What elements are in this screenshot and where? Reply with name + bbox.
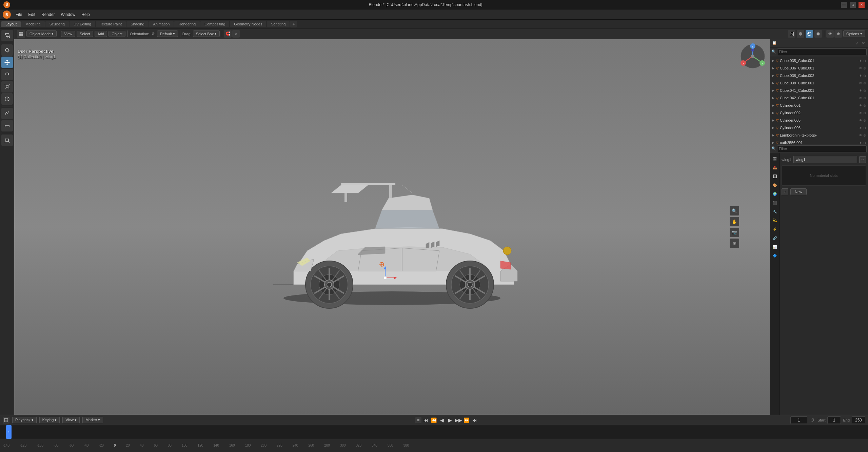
outliner-item-path2556[interactable]: ▶ ▽ path2556.001 👁 ⊙	[770, 139, 868, 144]
current-frame-input[interactable]: 1	[790, 416, 807, 424]
add-menu-button[interactable]: Add	[95, 31, 107, 37]
prop-tab-physics[interactable]: ⚡	[771, 225, 779, 233]
outliner-item-cylinder006[interactable]: ▶ ▽ Cylinder.006 👁 ⊙	[770, 124, 868, 131]
object-link-button[interactable]: ↩	[859, 156, 866, 163]
record-button[interactable]	[415, 417, 421, 423]
options-button[interactable]: Options ▾	[843, 30, 865, 37]
menu-item-render[interactable]: Render	[39, 11, 57, 18]
add-workspace-button[interactable]: +	[290, 21, 297, 27]
camera-icon[interactable]: 📷	[730, 228, 739, 237]
prop-tab-constraints[interactable]: 🔗	[771, 234, 779, 242]
active-object-name[interactable]: wing1	[793, 156, 857, 163]
tab-texture-paint[interactable]: Texture Paint	[96, 21, 126, 27]
timeline-type-icon[interactable]	[3, 417, 9, 424]
show-overlays-button[interactable]: 👁	[826, 30, 834, 38]
select-menu-button[interactable]: Select	[77, 31, 93, 37]
tab-uv-editing[interactable]: UV Editing	[70, 21, 95, 27]
viewport-3d[interactable]: User Perspective (1) Collection | wing1	[14, 39, 770, 415]
tab-animation[interactable]: Animation	[149, 21, 174, 27]
maximize-button[interactable]: □	[850, 2, 856, 8]
play-button[interactable]: ▶	[447, 416, 454, 424]
tab-geometry-nodes[interactable]: Geometry Nodes	[230, 21, 266, 27]
tab-shading[interactable]: Shading	[126, 21, 148, 27]
sync-icon[interactable]: ⟳	[861, 40, 867, 46]
tool-add-cube[interactable]	[1, 135, 13, 146]
orientation-dropdown[interactable]: Default ▾	[157, 30, 178, 37]
prop-tab-scene[interactable]: 🎨	[771, 181, 779, 189]
jump-to-end-button[interactable]: ⏭	[471, 416, 478, 424]
properties-search-input[interactable]	[777, 145, 867, 152]
jump-to-keyframe-next-button[interactable]: ⏩	[463, 416, 470, 424]
menu-item-window[interactable]: Window	[58, 11, 78, 18]
minimize-button[interactable]: —	[841, 2, 847, 8]
outliner-item-cube035[interactable]: ▶ ▽ Cube.035_Cube.001 👁 ⊙	[770, 57, 868, 64]
drag-dropdown[interactable]: Select Box ▾	[193, 30, 220, 37]
shading-rendered[interactable]	[814, 30, 822, 38]
outliner-scene-icon[interactable]: 📋	[771, 40, 777, 46]
outliner-item-cube038-001[interactable]: ▶ ▽ Cube.038_Cube.001 👁 ⊙	[770, 79, 868, 87]
grid-icon[interactable]: ⊞	[730, 239, 739, 248]
tab-layout[interactable]: Layout	[1, 21, 21, 27]
timeline-ruler[interactable]: -140 -120 -100 -80 -60 -40 -20 0 20 40 6…	[0, 439, 868, 449]
outliner-item-cylinder002[interactable]: ▶ ▽ Cylinder.002 👁 ⊙	[770, 109, 868, 117]
outliner-item-cube036[interactable]: ▶ ▽ Cube.036_Cube.001 👁 ⊙	[770, 64, 868, 72]
tool-annotate[interactable]	[1, 108, 13, 119]
prop-tab-particles[interactable]: 💫	[771, 216, 779, 224]
new-material-button[interactable]: New	[790, 188, 807, 195]
tab-scripting[interactable]: Scripting	[267, 21, 290, 27]
menu-item-file[interactable]: File	[13, 11, 25, 18]
prop-tab-modifier[interactable]: 🔧	[771, 207, 779, 215]
viewport-gizmo[interactable]: Z X Y	[739, 43, 766, 70]
menu-item-help[interactable]: Help	[79, 11, 93, 18]
tool-measure[interactable]	[1, 120, 13, 131]
outliner-item-lamborghini-text[interactable]: ▶ ▽ Lamborghini-text-logo- 👁 ⊙	[770, 131, 868, 139]
prop-tab-world[interactable]: 🌍	[771, 190, 779, 198]
menu-item-edit[interactable]: Edit	[25, 11, 38, 18]
close-button[interactable]: ✕	[859, 2, 865, 8]
proportional-edit-button[interactable]: ○	[232, 30, 240, 38]
zoom-in-icon[interactable]: 🔍	[730, 206, 739, 215]
prop-tab-data[interactable]: 📊	[771, 243, 779, 251]
tool-scale[interactable]	[1, 81, 13, 93]
start-frame-input[interactable]: 1	[827, 416, 841, 424]
prop-tab-output[interactable]: 📤	[771, 163, 779, 171]
next-frame-button[interactable]: ▶▶	[455, 416, 462, 424]
viewport-type-icon[interactable]	[17, 30, 25, 38]
pan-icon[interactable]: ✋	[730, 217, 739, 226]
material-add-button[interactable]: +	[782, 188, 788, 195]
timeline-track[interactable]: 1	[0, 425, 868, 439]
object-mode-button[interactable]: Object Mode ▾	[26, 30, 57, 37]
blender-menu-logo[interactable]: B	[3, 11, 11, 19]
tab-compositing[interactable]: Compositing	[200, 21, 229, 27]
outliner-item-cube038-002[interactable]: ▶ ▽ Cube.038_Cube.002 👁 ⊙	[770, 72, 868, 79]
outliner-item-cube041[interactable]: ▶ ▽ Cube.041_Cube.001 👁 ⊙	[770, 87, 868, 94]
tab-rendering[interactable]: Rendering	[174, 21, 200, 27]
frame-marker-1[interactable]: 1	[6, 425, 12, 439]
outliner-item-cylinder005[interactable]: ▶ ▽ Cylinder.005 👁 ⊙	[770, 117, 868, 124]
tab-sculpting[interactable]: Sculpting	[45, 21, 69, 27]
keying-dropdown[interactable]: Keying ▾	[39, 417, 60, 423]
jump-to-start-button[interactable]: ⏮	[422, 416, 430, 424]
outliner-search-input[interactable]	[777, 48, 867, 55]
shading-wireframe[interactable]	[788, 30, 795, 38]
prev-frame-button[interactable]: ◀	[438, 416, 446, 424]
show-gizmos-button[interactable]: ⊕	[834, 30, 842, 38]
tool-cursor[interactable]	[1, 44, 13, 56]
jump-to-keyframe-prev-button[interactable]: ⏪	[430, 416, 438, 424]
snap-button[interactable]: 🧲	[224, 30, 232, 38]
tool-transform[interactable]	[1, 93, 13, 105]
shading-solid[interactable]	[797, 30, 804, 38]
prop-tab-material[interactable]: 🔷	[771, 251, 779, 260]
tab-modeling[interactable]: Modeling	[21, 21, 45, 27]
prop-tab-object[interactable]: ⬛	[771, 199, 779, 207]
prop-tab-render[interactable]: 🎬	[771, 155, 779, 163]
tool-rotate[interactable]	[1, 69, 13, 80]
outliner-item-cube042[interactable]: ▶ ▽ Cube.042_Cube.001 👁 ⊙	[770, 94, 868, 102]
tool-select[interactable]	[1, 30, 13, 41]
end-frame-input[interactable]: 250	[852, 416, 865, 424]
view-dropdown[interactable]: View ▾	[62, 417, 80, 423]
shading-material[interactable]	[806, 30, 813, 38]
marker-dropdown[interactable]: Marker ▾	[82, 417, 103, 423]
outliner-item-cylinder001[interactable]: ▶ ▽ Cylinder.001 👁 ⊙	[770, 102, 868, 109]
tool-move[interactable]	[1, 57, 13, 68]
